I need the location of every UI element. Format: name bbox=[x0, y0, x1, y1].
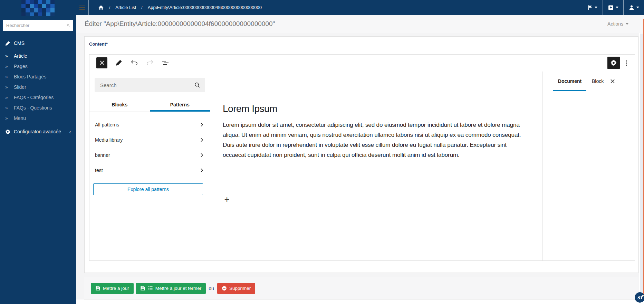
search-icon bbox=[194, 82, 200, 88]
locale-dropdown-button[interactable] bbox=[582, 0, 603, 15]
breadcrumb-current-entity: App\Entity\Article:00000000000004f600000… bbox=[148, 5, 262, 10]
sidebar-item-label: Blocs Partagés bbox=[14, 74, 46, 79]
gear-icon bbox=[611, 60, 617, 66]
sidebar-item-slider[interactable]: » Slider bbox=[0, 82, 76, 92]
chevron-right-icon bbox=[199, 168, 204, 173]
sidebar-search bbox=[3, 20, 73, 31]
scrollbar-track[interactable] bbox=[640, 34, 643, 294]
sidebar-section-label: CMS bbox=[14, 40, 25, 46]
breadcrumb: / Article List / App\Entity\Article:0000… bbox=[89, 5, 262, 10]
symfony-profiler-badge[interactable]: sf bbox=[635, 292, 644, 303]
home-icon[interactable] bbox=[98, 5, 104, 10]
editor-body: Blocks Patterns All patterns Media libra… bbox=[89, 72, 635, 260]
sidebar-menu: CMS » Article » Pages » Blocs Partagés »… bbox=[0, 38, 76, 123]
breadcrumb-separator: / bbox=[141, 5, 142, 10]
gear-icon bbox=[5, 129, 14, 134]
angles-right-icon: » bbox=[5, 95, 14, 100]
search-icon bbox=[67, 23, 70, 28]
top-navbar: / Article List / App\Entity\Article:0000… bbox=[76, 0, 644, 15]
sidebar-section-cms[interactable]: CMS bbox=[0, 38, 76, 48]
tab-patterns[interactable]: Patterns bbox=[150, 98, 210, 112]
sidebar: CMS » Article » Pages » Blocs Partagés »… bbox=[0, 0, 76, 304]
block-appender-button[interactable]: + bbox=[223, 195, 231, 203]
category-label: banner bbox=[95, 152, 110, 158]
pattern-category-all[interactable]: All patterns bbox=[89, 117, 210, 132]
caret-down-icon bbox=[636, 7, 639, 8]
block-editor: Blocks Patterns All patterns Media libra… bbox=[89, 54, 635, 261]
pattern-category-media-library[interactable]: Media library bbox=[89, 132, 210, 148]
sidebar-item-advanced-config[interactable]: Configuraton avancée ‹ bbox=[0, 126, 76, 137]
angles-right-icon: » bbox=[5, 84, 14, 90]
sidebar-item-label: FAQs - Catégories bbox=[14, 95, 54, 100]
breadcrumb-article-list[interactable]: Article List bbox=[115, 5, 136, 10]
pattern-category-banner[interactable]: banner bbox=[89, 148, 210, 163]
editor-canvas: Lorem Ipsum Lorem ipsum dolor sit amet, … bbox=[210, 72, 542, 260]
actions-label: Actions bbox=[607, 21, 623, 27]
angles-right-icon: » bbox=[5, 74, 14, 79]
button-label: Supprimer bbox=[229, 286, 251, 291]
update-and-close-button[interactable]: Mettre à jour et fermer bbox=[136, 283, 206, 294]
sidebar-item-label: Article bbox=[14, 53, 27, 59]
sidebar-item-pages[interactable]: » Pages bbox=[0, 61, 76, 72]
chevron-right-icon bbox=[199, 137, 204, 143]
undo-icon[interactable] bbox=[130, 59, 138, 67]
inserter-tabs: Blocks Patterns bbox=[89, 98, 210, 112]
sidebar-item-label: Slider bbox=[14, 84, 26, 90]
update-button[interactable]: Mettre à jour bbox=[91, 283, 134, 294]
heading-block[interactable]: Lorem Ipsum bbox=[223, 103, 277, 114]
sidebar-item-menu[interactable]: » Menu bbox=[0, 113, 76, 123]
save-icon bbox=[95, 286, 100, 291]
explore-all-patterns-button[interactable]: Explore all patterns bbox=[93, 183, 203, 195]
inspector-panel: Document Block bbox=[542, 72, 635, 260]
category-label: Media library bbox=[95, 137, 123, 143]
inserter-toggle-button[interactable] bbox=[96, 57, 107, 68]
tab-blocks[interactable]: Blocks bbox=[89, 98, 150, 112]
menu-toggle-button[interactable] bbox=[76, 0, 89, 15]
sidebar-item-faqs-questions[interactable]: » FAQs - Questions bbox=[0, 103, 76, 113]
category-label: All patterns bbox=[95, 122, 119, 127]
user-dropdown-button[interactable] bbox=[623, 0, 644, 15]
sidebar-item-label: Pages bbox=[14, 64, 28, 69]
tab-block[interactable]: Block bbox=[592, 72, 604, 91]
settings-toggle-button[interactable] bbox=[607, 57, 620, 69]
user-icon bbox=[629, 5, 634, 10]
chevron-right-icon bbox=[199, 122, 204, 127]
list-view-icon[interactable] bbox=[161, 59, 170, 67]
sidebar-item-article[interactable]: » Article bbox=[0, 51, 76, 61]
sidebar-item-label: FAQs - Questions bbox=[14, 105, 52, 111]
caret-down-icon bbox=[595, 7, 597, 8]
edit-mode-icon[interactable] bbox=[115, 59, 123, 67]
canvas-divider bbox=[210, 93, 542, 93]
more-options-icon[interactable] bbox=[625, 59, 628, 67]
delete-button[interactable]: Supprimer bbox=[217, 283, 255, 294]
actions-dropdown-button[interactable]: Actions bbox=[607, 21, 628, 27]
chevron-left-icon[interactable]: ‹ bbox=[69, 129, 71, 135]
close-icon bbox=[99, 60, 105, 65]
inserter-search-input[interactable] bbox=[100, 82, 194, 88]
paragraph-block[interactable]: Lorem ipsum dolor sit amet, consectetur … bbox=[223, 120, 527, 160]
pattern-category-list: All patterns Media library banner test bbox=[89, 117, 210, 178]
inserter-panel: Blocks Patterns All patterns Media libra… bbox=[89, 72, 210, 260]
category-label: test bbox=[95, 168, 103, 173]
form-actions-footer: Mettre à jour Mettre à jour et fermer ou… bbox=[84, 277, 638, 300]
list-icon bbox=[148, 286, 153, 291]
sidebar-item-blocs-partages[interactable]: » Blocs Partagés bbox=[0, 72, 76, 82]
redo-icon[interactable] bbox=[146, 59, 154, 67]
inspector-tabs: Document Block bbox=[543, 72, 635, 91]
flag-icon bbox=[587, 5, 593, 10]
plus-square-icon bbox=[608, 5, 614, 10]
button-label: Mettre à jour et fermer bbox=[155, 286, 202, 291]
chevron-right-icon bbox=[199, 152, 204, 158]
sidebar-item-faqs-categories[interactable]: » FAQs - Catégories bbox=[0, 92, 76, 103]
caret-down-icon bbox=[626, 23, 628, 25]
content-field-label: Content* bbox=[89, 41, 108, 47]
pattern-category-test[interactable]: test bbox=[89, 163, 210, 178]
navbar-right-group bbox=[582, 0, 644, 15]
close-icon[interactable] bbox=[610, 79, 615, 84]
create-dropdown-button[interactable] bbox=[603, 0, 623, 15]
breadcrumb-separator: / bbox=[109, 5, 110, 10]
angles-right-icon: » bbox=[5, 105, 14, 111]
sidebar-search-input[interactable] bbox=[6, 23, 67, 28]
tab-document[interactable]: Document bbox=[553, 72, 586, 91]
save-icon bbox=[140, 286, 145, 291]
